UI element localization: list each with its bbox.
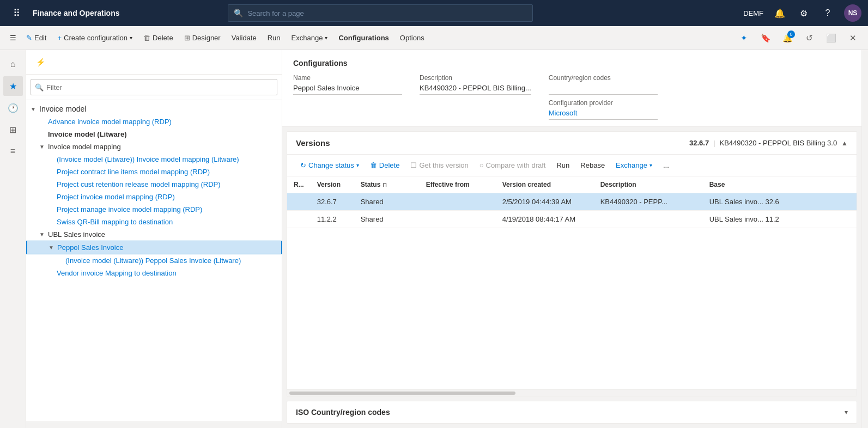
name-label: Name [293,74,402,82]
status-filter-icon[interactable]: ⊓ [383,182,387,188]
modules-icon[interactable]: ≡ [3,142,23,161]
avatar[interactable]: NS [844,4,861,22]
tree-expand-icon: ▼ [48,244,57,250]
favorites-icon[interactable]: ★ [3,76,23,96]
close-icon[interactable]: ✕ [844,29,861,47]
add-icon: + [57,34,62,42]
row-version: 32.6.7 [311,193,354,211]
tree-filter-wrapper: 🔍 [31,79,277,95]
search-icon: 🔍 [234,9,243,17]
tree-expand-icon: ▼ [31,106,39,112]
designer-icon: ⊞ [184,34,190,42]
tree-item-advance-invoice[interactable]: Advance invoice model mapping (RDP) [26,115,282,128]
ver-delete-icon: 🗑 [370,161,377,169]
search-bar[interactable]: 🔍 [228,4,533,22]
scroll-thumb[interactable] [289,392,515,395]
row-base-link[interactable]: UBL Sales invo... [709,198,763,206]
delete-button[interactable]: 🗑 Delete [139,32,178,44]
tree-item-peppol-sales-invoice[interactable]: ▼ Peppol Sales Invoice [26,241,282,254]
tree-bottom-scroll [26,421,282,428]
exchange-button[interactable]: Exchange ▾ [287,32,332,44]
ver-run-button[interactable]: Run [552,159,574,172]
versions-meta: 32.6.7 | KB4490320 - PEPPOL BIS Billing … [689,139,848,147]
tree-item-peppol-sales-litware[interactable]: (Invoice model (Litware)) Peppol Sales I… [26,254,282,267]
meta-separator: | [713,139,715,147]
name-value: Peppol Sales Invoice [293,84,402,95]
rebase-button[interactable]: Rebase [576,159,609,172]
tree-item-invoice-model-litware[interactable]: Invoice model (Litware) [26,128,282,140]
tree-filter: 🔍 [26,75,282,100]
designer-button[interactable]: ⊞ Designer [180,32,225,44]
filter-search-icon: 🔍 [35,83,44,91]
tree-item-project-contract[interactable]: Project contract line items model mappin… [26,166,282,178]
expand-icon[interactable]: ⬜ [822,29,840,47]
versions-toolbar: ↻ Change status ▾ 🗑 Delete ☐ Get this ve… [287,155,857,176]
user-label: DEMF [743,9,763,17]
ver-delete-button[interactable]: 🗑 Delete [366,159,404,172]
edit-button[interactable]: ✎ Edit [22,32,51,44]
row-created: 2/5/2019 04:44:39 AM [496,193,594,211]
description-label: Description [420,74,531,82]
app-title: Finance and Operations [33,9,119,17]
row-description [594,211,703,228]
tree-item-project-manage[interactable]: Project manage invoice model mapping (RD… [26,203,282,216]
row-version: 11.2.2 [311,211,354,228]
provider-value[interactable]: Microsoft [549,109,658,120]
ver-exchange-button[interactable]: Exchange ▾ [611,159,657,172]
more-button[interactable]: ... [659,159,673,172]
table-row[interactable]: 11.2.2 Shared 4/19/2018 08:44:17 AM UBL … [287,211,857,228]
settings-icon[interactable]: ⚙ [796,5,811,21]
pin-icon[interactable]: ✦ [735,29,752,47]
recent-icon[interactable]: 🕐 [3,98,23,118]
notification-icon[interactable]: 🔔 [772,5,787,21]
versions-header: Versions 32.6.7 | KB4490320 - PEPPOL BIS… [287,132,857,155]
delete-icon: 🗑 [143,34,150,42]
search-input[interactable] [247,9,527,17]
iso-section: ISO Country/region codes ▾ [287,401,857,424]
tree-item-invoice-model[interactable]: ▼ Invoice model [26,102,282,115]
tree-item-swiss-qr[interactable]: Swiss QR-Bill mapping to destination [26,216,282,228]
tree-item-invoice-model-mapping-litware[interactable]: (Invoice model (Litware)) Invoice model … [26,153,282,166]
row-r [287,211,311,228]
iso-chevron-icon[interactable]: ▾ [845,408,848,416]
tree-item-project-invoice[interactable]: Project invoice model mapping (RDP) [26,191,282,203]
hamburger-button[interactable]: ☰ [7,32,20,44]
kb-reference: KB4490320 - PEPPOL BIS Billing 3.0 [720,139,837,147]
options-button[interactable]: Options [396,32,429,44]
row-description: KB4490320 - PEPP... [594,193,703,211]
tree-item-invoice-model-mapping[interactable]: ▼ Invoice model mapping [26,140,282,153]
refresh-icon[interactable]: ↺ [800,29,818,47]
config-field-description: Description KB4490320 - PEPPOL BIS Billi… [420,74,531,120]
tree-expand-icon: ▼ [39,231,48,237]
change-status-icon: ↻ [300,161,306,169]
tree-item-project-cust-retention[interactable]: Project cust retention release model map… [26,178,282,191]
tree-item-ubl-sales-invoice[interactable]: ▼ UBL Sales invoice [26,228,282,241]
right-content: Configurations Name Peppol Sales Invoice… [282,50,861,428]
waffle-menu-icon[interactable]: ⠿ [7,3,26,23]
run-button[interactable]: Run [263,32,285,44]
configurations-button[interactable]: Configurations [334,32,393,44]
workspaces-icon[interactable]: ⊞ [3,120,23,139]
tree-item-vendor-invoice[interactable]: Vendor invoice Mapping to destination [26,267,282,279]
compare-with-draft-button[interactable]: ○ Compare with draft [475,159,550,172]
bookmark-icon[interactable]: 🔖 [757,29,774,47]
change-status-button[interactable]: ↻ Change status ▾ [296,159,363,172]
get-version-button[interactable]: ☐ Get this version [406,159,472,172]
row-status: Shared [354,193,420,211]
create-config-button[interactable]: + Create configuration ▾ [53,32,137,44]
table-row[interactable]: 32.6.7 Shared 2/5/2019 04:44:39 AM KB449… [287,193,857,211]
tree-actions: ⚡ [26,50,282,75]
home-icon[interactable]: ⌂ [3,54,23,74]
main-layout: ⌂ ★ 🕐 ⊞ ≡ ⚡ 🔍 ▼ Invoice model A [0,50,868,428]
chevron-down-icon-exchange: ▾ [325,35,327,41]
notification-action-icon[interactable]: 🔔 0 [779,29,796,47]
validate-button[interactable]: Validate [227,32,261,44]
right-scrollbar[interactable] [861,50,868,428]
help-icon[interactable]: ? [820,5,835,21]
tree-filter-icon[interactable]: ⚡ [31,52,50,72]
filter-input[interactable] [31,79,277,95]
versions-collapse-icon[interactable]: ▲ [841,139,848,147]
horizontal-scroll-bar[interactable] [287,389,857,396]
iso-title: ISO Country/region codes [296,408,390,417]
country-label: Country/region codes [549,74,658,82]
